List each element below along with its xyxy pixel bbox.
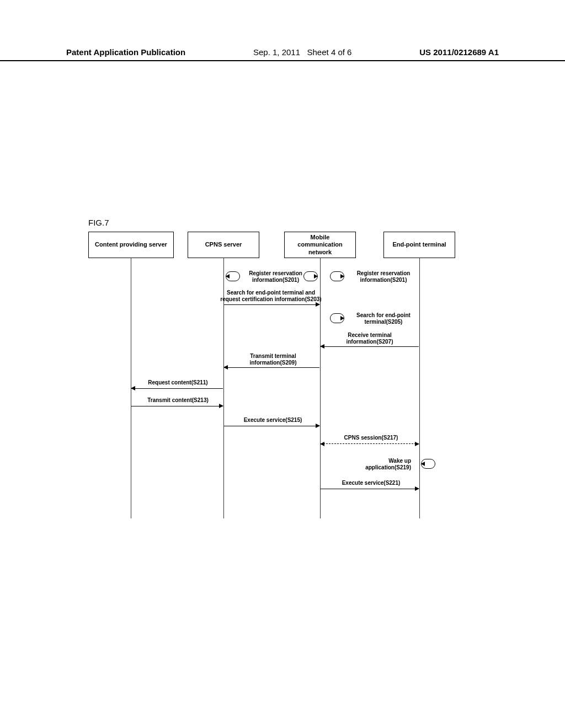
arrow-right-icon bbox=[224, 426, 319, 426]
msg-s215: Execute service(S215) bbox=[238, 417, 307, 424]
participant-label: Mobile communication network bbox=[297, 234, 342, 256]
msg-s207: Receive terminal information(S207) bbox=[334, 332, 406, 345]
figure-label: FIG.7 bbox=[88, 218, 109, 227]
msg-s205: Search for end-point terminal(S205) bbox=[348, 312, 419, 325]
msg-s213: Transmit content(S213) bbox=[141, 397, 215, 404]
participant-cpns-server: CPNS server bbox=[188, 232, 259, 258]
arrow-left-icon bbox=[131, 388, 223, 389]
selfloop-icon bbox=[330, 271, 344, 281]
participant-endpoint: End-point terminal bbox=[383, 232, 455, 258]
msg-s219: Wake up application(S219) bbox=[356, 458, 411, 470]
header-center: Sep. 1, 2011 Sheet 4 of 6 bbox=[253, 47, 351, 57]
participant-mobile-network: Mobile communication network bbox=[284, 232, 356, 258]
arrow-right-icon bbox=[321, 489, 419, 489]
arrow-right-icon bbox=[224, 304, 319, 305]
arrow-double-icon bbox=[321, 443, 419, 444]
msg-s201a: Register reservation information(S201) bbox=[244, 270, 307, 283]
arrow-left-icon bbox=[321, 346, 419, 347]
msg-s209: Transmit terminal information(S209) bbox=[240, 353, 306, 366]
msg-s217: CPNS session(S217) bbox=[337, 435, 406, 441]
participant-label: CPNS server bbox=[205, 241, 242, 248]
header-left: Patent Application Publication bbox=[66, 47, 185, 57]
arrow-right-icon bbox=[131, 406, 223, 406]
msg-s201b: Register reservation information(S201) bbox=[348, 270, 419, 283]
page-header: Patent Application Publication Sep. 1, 2… bbox=[0, 47, 565, 61]
msg-s211: Request content(S211) bbox=[141, 379, 215, 386]
selfloop-icon bbox=[226, 271, 240, 281]
participant-label: Content providing server bbox=[95, 241, 167, 248]
selfloop-icon bbox=[421, 459, 435, 469]
selfloop-icon bbox=[330, 313, 344, 323]
participant-label: End-point terminal bbox=[392, 241, 446, 248]
header-right: US 2011/0212689 A1 bbox=[419, 47, 499, 57]
msg-s221: Execute service(S221) bbox=[337, 480, 406, 486]
lifeline-endpoint bbox=[419, 258, 420, 518]
sequence-diagram: Content providing server CPNS server Mob… bbox=[88, 232, 483, 518]
arrow-left-icon bbox=[224, 367, 319, 368]
participant-content-server: Content providing server bbox=[88, 232, 174, 258]
msg-s203: Search for end-point terminal and reques… bbox=[213, 290, 329, 302]
